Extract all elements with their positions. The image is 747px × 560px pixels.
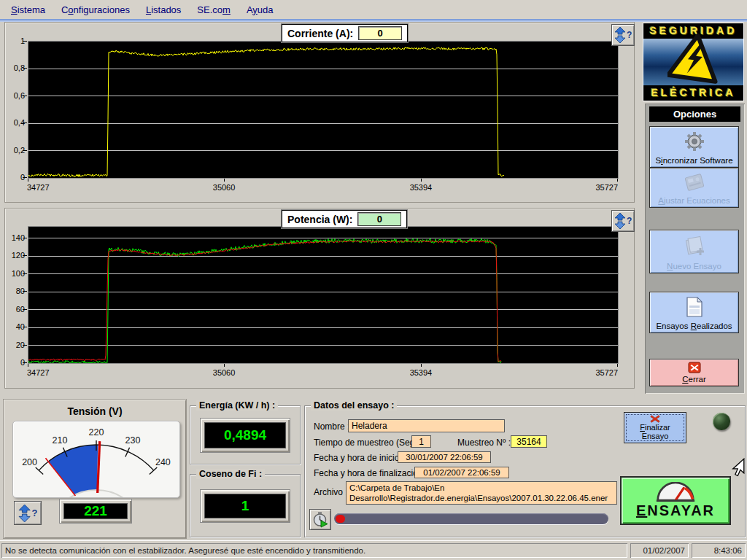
x-tick-mark xyxy=(421,179,422,182)
gear-icon xyxy=(684,127,705,156)
meter-icon xyxy=(655,482,696,502)
y-tick-mark xyxy=(23,362,27,363)
energia-value: 0,4894 xyxy=(204,422,286,448)
potencia-value: 0 xyxy=(357,212,401,226)
updown-question-icon: ? xyxy=(614,213,632,229)
menu-bar: Sistema Configuraciones Listados SE.com … xyxy=(0,0,747,19)
y-tick-mark xyxy=(23,96,27,96)
status-led xyxy=(713,413,730,430)
menu-item-secom[interactable]: SE.com xyxy=(189,1,239,18)
coseno-display: 1 xyxy=(200,489,290,523)
potencia-chart-panel: Potencia (W): 0 ? xyxy=(4,208,635,389)
fecha-fin-label: Fecha y hora de finalización: xyxy=(314,468,425,478)
logo-middle xyxy=(643,39,743,85)
y-axis-tick-label: 0,4 xyxy=(4,118,25,127)
ensayos-realizados-button[interactable]: Ensayos Realizados xyxy=(649,292,739,333)
tension-help-button[interactable]: ? xyxy=(14,501,42,525)
nuevo-ensayo-button: Nuevo Ensayo xyxy=(649,230,739,273)
menu-item-configuraciones[interactable]: Configuraciones xyxy=(53,1,138,18)
stopwatch-icon xyxy=(312,512,328,528)
x-tick-mark xyxy=(28,364,28,367)
warning-triangle-icon xyxy=(667,30,721,88)
tiempo-muestreo-field[interactable]: 1 xyxy=(411,435,431,448)
tension-display: 221 xyxy=(59,499,132,524)
y-axis-tick-label: 100 xyxy=(4,269,25,278)
cerrar-button[interactable]: Cerrar xyxy=(649,359,739,386)
coseno-group: Coseno de Fi : 1 xyxy=(190,474,301,537)
x-axis-tick-label: 34727 xyxy=(27,183,71,192)
svg-text:240: 240 xyxy=(155,457,171,467)
sincronizar-software-label: Sincronizar Software xyxy=(655,156,732,165)
ensayar-button[interactable]: ENSAYAR xyxy=(620,476,731,525)
potencia-header: Potencia (W): 0 xyxy=(282,210,407,228)
y-tick-mark xyxy=(23,327,27,327)
updown-question-icon: ? xyxy=(18,505,37,522)
potencia-help-button[interactable]: ? xyxy=(611,210,635,232)
nuevo-ensayo-label: Nuevo Ensayo xyxy=(667,262,721,271)
updown-question-icon: ? xyxy=(614,27,632,43)
app-window: Sistema Configuraciones Listados SE.com … xyxy=(0,0,747,560)
svg-text:200: 200 xyxy=(22,457,37,467)
finalizar-ensayo-label: Finalizar Ensayo xyxy=(627,423,684,440)
y-tick-mark xyxy=(23,41,27,42)
ajustar-ecuaciones-label: Ajustar Ecuaciones xyxy=(658,196,729,205)
menu-item-listados[interactable]: Listados xyxy=(138,1,189,18)
y-axis-tick-label: 0,6 xyxy=(4,91,25,100)
sincronizar-software-button[interactable]: Sincronizar Software xyxy=(649,126,739,168)
coseno-value: 1 xyxy=(204,494,286,518)
datos-title: Datos del ensayo : xyxy=(311,400,397,411)
y-axis-tick-label: 20 xyxy=(4,341,25,349)
tension-panel: Tensión (V) 200210220230240 ? 221 xyxy=(3,399,187,539)
archivo-field[interactable]: C:\Carpeta de Trabajo\En Desarrollo\Regi… xyxy=(346,481,617,505)
corriente-help-button[interactable]: ? xyxy=(611,24,635,46)
tension-value: 221 xyxy=(63,503,128,519)
corriente-title: Corriente (A): xyxy=(287,28,353,39)
y-tick-mark xyxy=(23,122,27,123)
new-note-plus-icon xyxy=(684,230,705,262)
tension-gauge: 200210220230240 xyxy=(12,421,180,498)
circuit-card-icon xyxy=(684,168,705,196)
y-axis-tick-label: 80 xyxy=(4,287,25,295)
y-tick-mark xyxy=(23,68,27,69)
y-tick-mark xyxy=(23,150,27,151)
document-icon xyxy=(685,292,704,322)
mouse-cursor xyxy=(731,458,746,477)
timer-button[interactable] xyxy=(309,509,331,530)
y-tick-mark xyxy=(23,291,27,292)
ensayar-label: ENSAYAR xyxy=(636,502,715,519)
menu-item-sistema[interactable]: Sistema xyxy=(3,1,53,18)
muestreo-n-label: Muestreo Nº : xyxy=(457,438,511,448)
status-date: 01/02/2007 xyxy=(630,543,689,558)
y-axis-tick-label: 0,8 xyxy=(4,63,25,72)
red-x-icon xyxy=(648,415,662,423)
status-message: No se detecta comunicación con el estabi… xyxy=(1,543,627,558)
options-header: Opciones xyxy=(649,106,740,122)
x-axis-tick-label: 35060 xyxy=(202,368,246,377)
tension-title: Tensión (V) xyxy=(4,405,186,417)
progress-value xyxy=(336,515,345,523)
seguridad-electrica-logo: SEGURIDAD ELÉCTRICA xyxy=(643,23,744,101)
status-time: 8:43:06 xyxy=(692,543,746,558)
x-tick-mark xyxy=(617,179,618,182)
corriente-plot xyxy=(28,41,619,179)
y-axis-tick-label: 1 xyxy=(4,36,25,45)
y-axis-tick-label: 0 xyxy=(4,358,25,367)
x-tick-mark xyxy=(224,364,225,367)
x-axis-tick-label: 34727 xyxy=(27,368,71,377)
svg-text:230: 230 xyxy=(125,435,141,446)
x-tick-mark xyxy=(28,179,28,182)
nombre-field[interactable]: Heladera xyxy=(348,419,505,432)
tiempo-muestreo-label: Tiempo de muestreo (Seg.) : xyxy=(314,438,425,448)
y-tick-mark xyxy=(23,177,27,178)
nombre-label: Nombre : xyxy=(314,421,349,432)
energia-label: Energía (KW / h) : xyxy=(196,400,278,411)
y-tick-mark xyxy=(23,255,27,256)
menu-item-ayuda[interactable]: Ayuda xyxy=(239,1,282,18)
svg-text:210: 210 xyxy=(53,435,68,446)
muestreo-n-field: 35164 xyxy=(511,435,547,448)
y-axis-tick-label: 0 xyxy=(4,173,25,182)
svg-text:?: ? xyxy=(31,508,37,518)
corriente-chart-panel: Corriente (A): 0 ? xyxy=(4,22,635,203)
y-tick-mark xyxy=(23,309,27,310)
finalizar-ensayo-button[interactable]: Finalizar Ensayo xyxy=(624,412,686,443)
